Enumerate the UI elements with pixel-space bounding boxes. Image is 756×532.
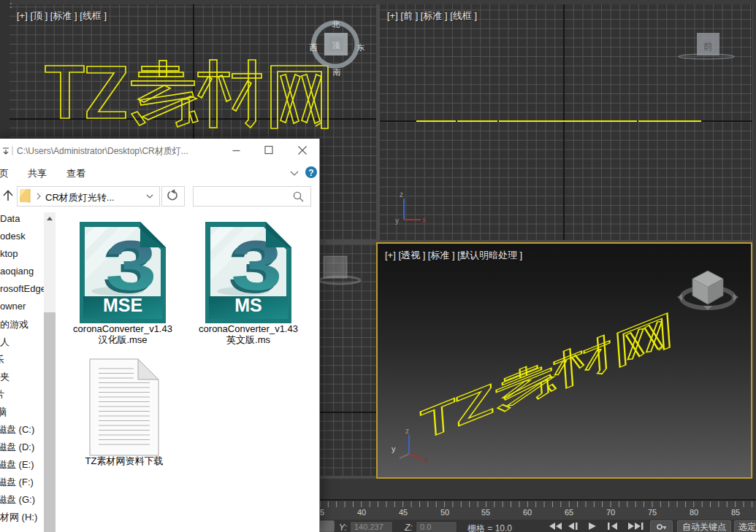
svg-text:前: 前 <box>703 41 713 52</box>
svg-text:x: x <box>422 216 426 224</box>
svg-text:y: y <box>392 444 396 453</box>
svg-text:z: z <box>400 190 403 198</box>
svg-text:z: z <box>405 427 409 435</box>
svg-text:北: 北 <box>332 20 340 28</box>
svg-text:南: 南 <box>333 68 341 77</box>
svg-text:西: 西 <box>310 43 318 52</box>
svg-text:MSE: MSE <box>103 295 142 315</box>
svg-text:东: 东 <box>357 43 365 52</box>
svg-text:x: x <box>424 456 428 464</box>
svg-text:y: y <box>395 217 399 225</box>
svg-text:顶: 顶 <box>332 41 340 50</box>
svg-text:左: 左 <box>330 263 340 273</box>
svg-text:MS: MS <box>234 295 262 315</box>
svg-text:?: ? <box>308 168 313 178</box>
